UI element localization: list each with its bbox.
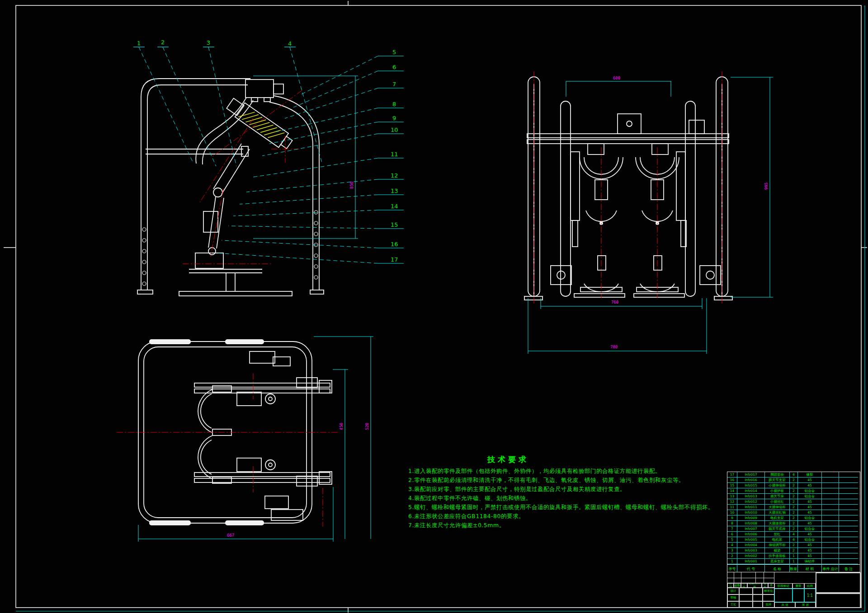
parts-list-row: 7 lnfz007 髋关节底座 2 铝合金 (727, 526, 860, 532)
part-code: lnfz012 (737, 499, 764, 505)
dim-side-height: 850 (349, 182, 354, 189)
part-name: 踝关节支架 (764, 477, 789, 483)
callout-7: 7 (392, 81, 396, 88)
front-view (524, 77, 732, 300)
part-material: 铝合金 (797, 488, 821, 494)
callout-5: 5 (392, 49, 396, 56)
sheets-total: 共 张 (774, 602, 795, 608)
part-weight (821, 521, 839, 526)
callout-12: 12 (391, 172, 398, 179)
part-qty: 2 (789, 526, 797, 532)
part-weight (821, 543, 839, 548)
part-no: 17 (727, 472, 737, 477)
part-note (839, 515, 858, 521)
part-material: 橡胶 (797, 472, 821, 477)
part-material: 45 (797, 510, 821, 515)
part-material: 45 (797, 532, 821, 537)
callout-4: 4 (288, 40, 292, 47)
scale-label: 比例 (804, 583, 816, 589)
revision-label-zone: 分区 (741, 583, 747, 588)
parts-list-row: 9 lnfz009 电机支架 2 铝合金 (727, 515, 860, 521)
part-weight (821, 494, 839, 499)
part-code: lnfz017 (737, 472, 764, 477)
part-no: 15 (727, 483, 737, 488)
process-date-cell (753, 601, 763, 608)
part-no: 6 (727, 532, 737, 537)
drawing-name-box (816, 572, 861, 593)
part-material: 铝合金 (797, 537, 821, 543)
part-note (839, 543, 858, 548)
part-code: lnfz013 (737, 494, 764, 499)
part-code: lnfz003 (737, 548, 764, 553)
part-material: 45 (797, 499, 821, 505)
dim-top-length: 667 (227, 533, 234, 538)
part-qty: 2 (789, 494, 797, 499)
part-no: 16 (727, 477, 737, 483)
dim-top-outer-width: 520 (365, 423, 369, 430)
callout-9: 9 (392, 115, 396, 122)
parts-list-row: 14 lnfz014 小腿护板 2 铝合金 (727, 488, 860, 494)
part-no: 2 (727, 553, 737, 559)
part-name: 底座支架 (764, 559, 789, 564)
part-name: 小腿护板 (764, 488, 789, 494)
part-weight (821, 526, 839, 532)
tech-requirements-title: 技术要求 (487, 454, 529, 465)
part-no: 8 (727, 521, 737, 526)
part-name: 伸缩调节杆 (764, 543, 789, 548)
part-qty: 2 (789, 510, 797, 515)
part-material: 铝合金 (797, 515, 821, 521)
part-note (839, 553, 858, 559)
part-note (839, 526, 858, 532)
part-note (839, 521, 858, 526)
part-code: lnfz011 (737, 505, 764, 510)
scale-value: 1:1 (804, 589, 816, 602)
part-note (839, 494, 858, 499)
part-note (839, 510, 858, 515)
parts-list-row: 17 lnfz017 脚踏垫块 4 橡胶 (727, 472, 860, 477)
audit-date-cell (753, 594, 763, 601)
approve-label: 批准 (763, 601, 774, 608)
part-weight (821, 553, 839, 559)
callout-3: 3 (207, 39, 210, 46)
part-note (839, 505, 858, 510)
part-weight (821, 537, 839, 543)
part-no: 3 (727, 548, 737, 553)
part-material: 45 (797, 505, 821, 510)
part-qty: 2 (789, 483, 797, 488)
design-label: 设计 (727, 588, 739, 594)
part-note (839, 559, 858, 564)
cad-drawing-sheet: 1 2 3 4 5 6 7 8 9 10 11 12 13 14 15 16 1… (0, 0, 868, 613)
part-note (839, 477, 858, 483)
part-name: 小腿伸缩杆 (764, 483, 789, 488)
part-code: lnfz007 (737, 526, 764, 532)
part-no: 4 (727, 543, 737, 548)
part-note (839, 472, 858, 477)
dim-top-inner-width: 450 (339, 423, 344, 430)
part-name: 横梁 (764, 548, 789, 553)
part-qty: 4 (789, 472, 797, 477)
part-weight (821, 559, 839, 564)
part-qty: 2 (789, 477, 797, 483)
part-note (839, 548, 858, 553)
audit-sign-cell (739, 594, 753, 601)
process-label: 工艺 (727, 601, 739, 608)
parts-list-row: 11 lnfz011 大腿伸缩杆 2 45 (727, 505, 860, 510)
part-note (839, 488, 858, 494)
part-code: lnfz008 (737, 521, 764, 526)
part-material: 45 (797, 483, 821, 488)
dim-front-width: 600 (613, 76, 620, 80)
part-weight (821, 477, 839, 483)
callout-8: 8 (392, 101, 396, 108)
part-name: 丝杠 (764, 532, 789, 537)
callout-numbers: 1 2 3 4 5 6 7 8 9 10 11 12 13 14 15 16 1… (137, 39, 398, 263)
callout-6: 6 (392, 64, 396, 70)
dim-front-inner-width: 760 (611, 300, 618, 304)
part-code: lnfz002 (737, 553, 764, 559)
part-code: lnfz005 (737, 537, 764, 543)
part-qty: 4 (789, 532, 797, 537)
part-material: 45 (797, 477, 821, 483)
part-no: 9 (727, 515, 737, 521)
part-no: 13 (727, 494, 737, 499)
part-weight (821, 505, 839, 510)
parts-list-row: 12 lnfz012 小腿丝杠 2 45 (727, 499, 860, 505)
